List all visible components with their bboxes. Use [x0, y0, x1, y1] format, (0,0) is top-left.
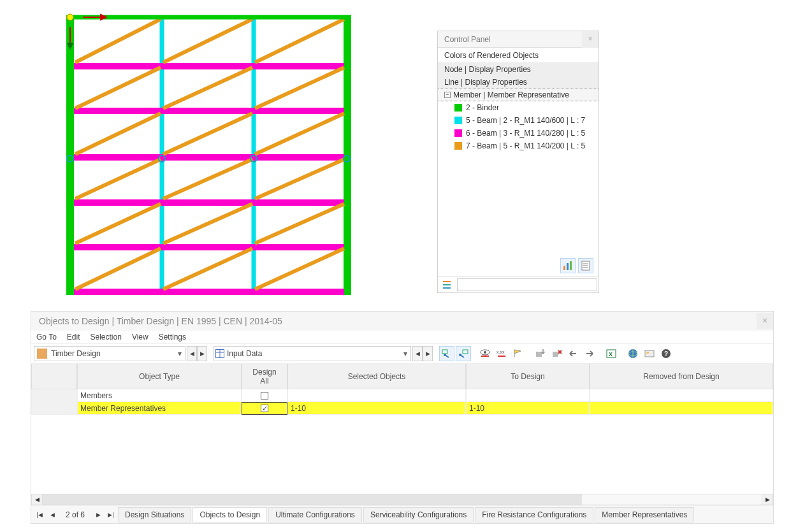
col-selected[interactable]: Selected Objects [287, 364, 466, 389]
remove-icon[interactable] [549, 346, 564, 361]
svg-text:x.xx: x.xx [497, 350, 505, 354]
module-select[interactable]: Timber Design ▾ [34, 346, 185, 361]
svg-line-23 [163, 204, 252, 243]
cell-design-all[interactable] [242, 402, 287, 415]
module-select-text: Timber Design [50, 349, 175, 358]
next-data-button[interactable]: ▶ [423, 346, 433, 361]
next-module-button[interactable]: ▶ [197, 346, 207, 361]
cell-to-design[interactable] [466, 389, 590, 402]
menu-edit[interactable]: Edit [67, 333, 80, 341]
pager-next-icon[interactable]: ▶ [92, 508, 104, 522]
excel-icon[interactable]: X [604, 346, 619, 361]
control-panel-filter-input[interactable] [457, 278, 597, 291]
tab-fire-resistance-configurations[interactable]: Fire Resistance Configurations [475, 507, 593, 522]
import-icon[interactable] [532, 346, 548, 361]
control-panel-title-text: Control Panel [444, 35, 491, 44]
select-tool-b-icon[interactable] [456, 346, 471, 361]
panel-icon-chart[interactable] [560, 258, 576, 273]
menu-settings[interactable]: Settings [159, 333, 186, 341]
svg-text:x: x [104, 13, 107, 20]
tab-serviceability-configurations[interactable]: Serviceability Configurations [363, 507, 474, 522]
member-item-label: 6 - Beam | 3 - R_M1 140/280 | L : 5 [466, 129, 585, 138]
cell-removed[interactable] [590, 389, 773, 402]
menu-selection[interactable]: Selection [91, 333, 122, 341]
collapse-icon[interactable]: − [444, 92, 451, 98]
svg-rect-40 [567, 263, 569, 270]
close-icon[interactable]: × [757, 313, 773, 329]
checkbox-icon[interactable] [261, 405, 268, 412]
col-design-all[interactable]: Design All [242, 364, 287, 389]
tab-objects-to-design[interactable]: Objects to Design [192, 507, 267, 522]
tree-item-member-child[interactable]: 6 - Beam | 3 - R_M1 140/280 | L : 5 [438, 127, 598, 140]
horizontal-scrollbar[interactable]: ◀ ▶ [31, 494, 773, 505]
row-header [31, 402, 77, 415]
cell-selected[interactable]: 1-10 [287, 402, 466, 415]
checkbox-icon[interactable] [261, 392, 268, 399]
window-menu: Go ToEditSelectionViewSettings [31, 331, 773, 343]
cell-object-type[interactable]: Member Representatives [77, 402, 242, 415]
svg-rect-41 [570, 261, 572, 270]
svg-point-53 [459, 354, 461, 356]
view-icon[interactable] [477, 346, 493, 361]
prev-module-button[interactable]: ◀ [187, 346, 197, 361]
tree-item-member-child[interactable]: 5 - Beam | 2 - R_M1 140/600 | L : 7 [438, 114, 598, 127]
menu-view[interactable]: View [132, 333, 149, 341]
scroll-right-icon[interactable]: ▶ [762, 494, 773, 505]
svg-text:X: X [609, 351, 613, 357]
svg-text:?: ? [664, 350, 668, 357]
pager-prev-icon[interactable]: ◀ [47, 508, 58, 522]
svg-line-15 [163, 113, 252, 154]
cell-removed[interactable] [590, 402, 773, 415]
select-tool-a-icon[interactable] [439, 346, 454, 361]
cell-selected[interactable] [287, 389, 466, 402]
svg-rect-50 [442, 350, 447, 354]
window-toolbar: Timber Design ▾ ◀ ▶ Input Data ▾ ◀ ▶ x.x… [31, 343, 773, 364]
svg-line-27 [255, 248, 344, 289]
tab-ultimate-configurations[interactable]: Ultimate Configurations [268, 507, 362, 522]
col-design-line1: Design [252, 368, 276, 377]
panel-icon-sheet[interactable] [578, 258, 593, 273]
col-removed[interactable]: Removed from Design [590, 364, 773, 389]
tree-item-member-child[interactable]: 2 - Binder [438, 101, 598, 114]
col-object-type[interactable]: Object Type [77, 364, 242, 389]
window-title-text: Objects to Design | Timber Design | EN 1… [39, 316, 282, 326]
tab-member-representatives[interactable]: Member Representatives [595, 507, 694, 522]
cell-to-design[interactable]: 1-10 [466, 402, 590, 415]
pager-last-icon[interactable]: ▶| [105, 508, 117, 522]
member-item-label: 7 - Beam | 5 - R_M1 140/200 | L : 5 [466, 141, 585, 150]
card-icon[interactable] [642, 346, 657, 361]
tree-item-member[interactable]: − Member | Member Representative [438, 89, 598, 101]
tree-item-member-child[interactable]: 7 - Beam | 5 - R_M1 140/200 | L : 5 [438, 140, 598, 152]
help-icon[interactable]: ? [658, 346, 674, 361]
table-corner [31, 364, 77, 389]
svg-rect-57 [536, 352, 542, 357]
table-row[interactable]: Member Representatives 1-10 1-10 [31, 402, 773, 415]
chevron-down-icon: ▾ [175, 349, 185, 358]
menu-go-to[interactable]: Go To [36, 333, 57, 341]
table-row[interactable]: Members [31, 389, 773, 402]
pager-first-icon[interactable]: |◀ [34, 508, 45, 522]
tree-item-line[interactable]: Line | Display Properties [438, 76, 598, 89]
svg-line-10 [75, 19, 161, 62]
flag-icon[interactable] [511, 346, 526, 361]
svg-line-24 [163, 248, 252, 289]
measure-icon[interactable]: x.xx [494, 346, 509, 361]
svg-line-20 [75, 204, 161, 243]
svg-line-11 [75, 68, 161, 108]
arrow-right-icon[interactable] [582, 346, 597, 361]
col-to-design[interactable]: To Design [466, 364, 590, 389]
scroll-left-icon[interactable]: ◀ [31, 494, 43, 505]
data-select[interactable]: Input Data ▾ [214, 346, 411, 361]
tree-item-node[interactable]: Node | Display Properties [438, 63, 598, 76]
structural-model-viewport[interactable]: x [25, 6, 382, 319]
close-icon[interactable]: × [582, 31, 598, 48]
prev-data-button[interactable]: ◀ [412, 346, 423, 361]
pager-text: 2 of 6 [59, 510, 91, 519]
color-swatch [454, 142, 462, 150]
cell-design-all[interactable] [242, 389, 287, 402]
tab-design-situations[interactable]: Design Situations [118, 507, 191, 522]
arrow-left-icon[interactable] [565, 346, 581, 361]
svg-point-33 [67, 14, 73, 20]
cell-object-type[interactable]: Members [77, 389, 242, 402]
globe-icon[interactable] [625, 346, 641, 361]
